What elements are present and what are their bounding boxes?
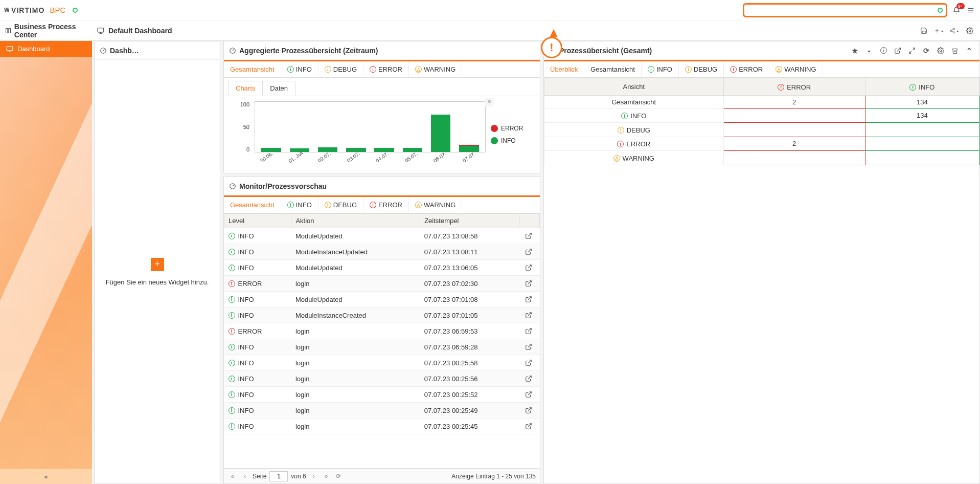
dropdown-icon[interactable] (864, 46, 874, 56)
collapse-icon[interactable]: ⌃ (964, 46, 974, 56)
pager: « ‹ Seite von 6 › » ⟳ Anzeige Eintrag 1 … (224, 468, 540, 483)
table-row[interactable]: !ERROR 2 (544, 137, 979, 151)
subtab-daten[interactable]: Daten (262, 81, 295, 96)
svg-line-29 (528, 360, 531, 363)
table-row[interactable]: iINFO login07.07.23 00:25:52 (224, 387, 540, 403)
tab-error[interactable]: !ERROR (363, 61, 409, 77)
svg-line-25 (528, 297, 531, 300)
open-external-icon[interactable] (523, 389, 534, 400)
svg-rect-5 (98, 28, 104, 32)
table-row[interactable]: !ERROR login07.07.23 07:02:30 (224, 276, 540, 292)
maximize-icon[interactable] (907, 46, 917, 56)
notifications-button[interactable]: 9+ (951, 5, 962, 15)
open-external-icon[interactable] (523, 326, 534, 336)
info-icon: i (229, 391, 235, 398)
dashb-panel-head: Dashb… (95, 41, 220, 60)
tab-info[interactable]: iINFO (642, 61, 679, 77)
table-row[interactable]: iINFO login07.07.23 00:25:56 (224, 371, 540, 387)
tab-debug[interactable]: iDEBUG (318, 61, 363, 77)
refresh-icon[interactable]: ⟳ (921, 46, 931, 56)
tab-error[interactable]: !ERROR (363, 197, 409, 213)
svg-rect-3 (6, 28, 7, 33)
table-row[interactable]: iINFO login07.07.23 00:25:49 (224, 403, 540, 419)
open-external-icon[interactable] (523, 310, 534, 320)
monitor-icon (97, 27, 104, 34)
pager-next-button[interactable]: › (309, 472, 318, 481)
open-external-icon[interactable] (523, 262, 534, 273)
open-external-icon[interactable] (523, 405, 534, 415)
gauge-icon (229, 47, 236, 54)
tab-debug[interactable]: iDEBUG (318, 197, 363, 213)
info-icon[interactable]: i (878, 46, 888, 56)
error-icon: ! (229, 280, 235, 287)
table-row[interactable]: iINFO ModuleUpdated07.07.23 13:08:58 (224, 228, 540, 244)
pager-prev-button[interactable]: ‹ (240, 472, 249, 481)
table-row[interactable]: iINFO ModuleInstanceCreated07.07.23 07:0… (224, 307, 540, 323)
sidebar-collapse-button[interactable]: « (0, 469, 92, 484)
tab-gesamtansicht[interactable]: Gesamtansicht (224, 61, 281, 77)
table-row[interactable]: iINFO login07.07.23 00:25:58 (224, 355, 540, 371)
dashboard-title: Default Dashboard (108, 27, 172, 35)
svg-line-36 (913, 48, 915, 50)
tab-warning[interactable]: △WARNING (409, 197, 462, 213)
share-button[interactable] (949, 26, 960, 36)
gauge-icon (100, 47, 107, 54)
table-row[interactable]: !ERROR login07.07.23 06:59:53 (224, 323, 540, 339)
pager-summary: Anzeige Eintrag 1 - 25 von 135 (451, 473, 536, 480)
svg-line-14 (951, 29, 953, 30)
open-external-icon[interactable] (523, 373, 534, 384)
svg-line-27 (528, 328, 531, 332)
pager-page-input[interactable] (269, 471, 288, 481)
table-row[interactable]: iINFO login07.07.23 00:25:45 (224, 419, 540, 434)
svg-line-26 (528, 313, 531, 316)
settings-button[interactable] (965, 26, 975, 36)
table-row[interactable]: Gesamtansicht 2134 (544, 95, 979, 108)
tab-info[interactable]: iINFO (281, 61, 318, 77)
add-widget-hint: Fügen Sie ein neues Widget hinzu. (106, 278, 209, 286)
svg-line-37 (909, 51, 911, 53)
info-icon: i (229, 233, 235, 239)
open-external-icon[interactable] (523, 294, 534, 304)
sidebar-item-dashboard[interactable]: Dashboard (0, 41, 92, 57)
agg-panel-head: Aggregierte Prozessübersicht (Zeitraum) (224, 41, 540, 60)
tab-warning[interactable]: △WARNING (409, 61, 462, 77)
gear-icon[interactable] (936, 46, 946, 56)
hamburger-menu-icon[interactable] (966, 5, 976, 15)
tab-error[interactable]: !ERROR (724, 61, 769, 77)
pager-first-button[interactable]: « (228, 472, 237, 481)
open-external-icon[interactable] (523, 247, 534, 257)
open-external-icon[interactable] (523, 421, 534, 431)
favorite-button[interactable]: ★ (850, 46, 860, 56)
monitor-grid[interactable]: Level Aktion Zeitstempel iINFO ModuleUpd… (224, 213, 540, 468)
trash-icon[interactable] (950, 46, 960, 56)
open-external-icon[interactable] (523, 231, 534, 241)
search-input[interactable] (743, 3, 947, 17)
tab-debug[interactable]: iDEBUG (679, 61, 724, 77)
add-button[interactable] (934, 26, 944, 36)
open-external-icon[interactable] (523, 358, 534, 368)
overview-panel-head: Prozessübersicht (Gesamt) ★ i ⟳ ⌃ (544, 41, 979, 60)
subtab-charts[interactable]: Charts (228, 81, 263, 96)
save-button[interactable] (919, 26, 929, 36)
tab-info[interactable]: iINFO (281, 197, 318, 213)
table-row[interactable]: iINFO 134 (544, 108, 979, 123)
tab-warning[interactable]: △WARNING (769, 61, 823, 77)
table-row[interactable]: △WARNING (544, 151, 979, 165)
table-row[interactable]: iDEBUG (544, 123, 979, 137)
tab-gesamtansicht[interactable]: Gesamtansicht (584, 61, 642, 77)
pager-refresh-button[interactable]: ⟳ (334, 472, 343, 481)
table-row[interactable]: iINFO login07.07.23 06:59:28 (224, 339, 540, 355)
open-external-icon[interactable] (523, 278, 534, 289)
chart-menu-icon[interactable]: ≡ (485, 98, 494, 106)
open-external-icon[interactable] (523, 342, 534, 352)
table-row[interactable]: iINFO ModuleUpdated07.07.23 07:01:08 (224, 292, 540, 307)
add-widget-button[interactable]: + (151, 258, 164, 271)
tab-gesamtansicht[interactable]: Gesamtansicht (224, 197, 281, 213)
open-external-icon[interactable] (893, 46, 903, 56)
svg-rect-4 (9, 28, 10, 33)
table-row[interactable]: iINFO ModuleUpdated07.07.23 13:06:05 (224, 260, 540, 276)
pager-last-button[interactable]: » (322, 472, 331, 481)
tab-ueberblick[interactable]: Überblick (544, 61, 584, 77)
table-row[interactable]: iINFO ModuleInstanceUpdated07.07.23 13:0… (224, 244, 540, 260)
brand-name: VIRTIMO (11, 6, 44, 14)
